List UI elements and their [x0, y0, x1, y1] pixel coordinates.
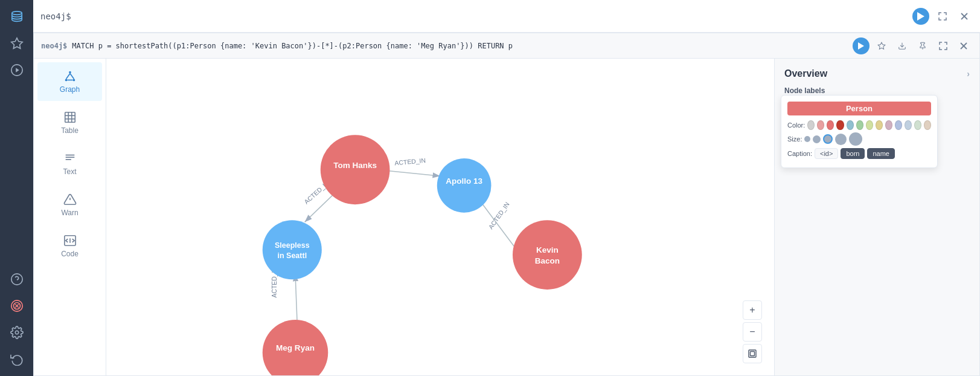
caption-row: Caption: <id> born name — [787, 148, 931, 159]
sidebar-refresh-icon[interactable] — [5, 347, 29, 371]
svg-text:ACTED_IN: ACTED_IN — [394, 157, 426, 166]
tab-code-label: Code — [61, 250, 78, 258]
color-row: Color: — [787, 120, 931, 130]
graph-area[interactable]: ACTED_IN ACTED_IN ACTED_IN ACTED_IN Tom … — [106, 59, 774, 375]
svg-text:Bacon: Bacon — [535, 256, 560, 265]
result-run-button[interactable] — [853, 37, 870, 54]
svg-marker-1 — [11, 38, 22, 48]
content-area: Graph Table — [34, 59, 979, 375]
color-dot-blue2[interactable] — [895, 120, 902, 130]
color-dot-green1[interactable] — [856, 120, 863, 130]
query-prompt: neo4j$ — [40, 11, 71, 21]
zoom-in-button[interactable]: + — [743, 300, 762, 320]
color-dot-blue1[interactable] — [847, 120, 854, 130]
svg-point-21 — [65, 79, 67, 82]
sidebar-error-icon[interactable] — [5, 294, 29, 318]
close-top-button[interactable] — [956, 8, 973, 25]
caption-label-text: Caption: — [787, 150, 812, 157]
size-row: Size: — [787, 132, 931, 146]
sidebar-database-icon[interactable] — [5, 5, 29, 29]
node-tom-hanks — [321, 135, 390, 204]
sidebar — [0, 0, 33, 376]
sidebar-star-icon[interactable] — [5, 31, 29, 56]
svg-text:Kevin: Kevin — [536, 245, 559, 254]
result-header-actions — [853, 37, 972, 54]
result-query-text: MATCH p = shortestPath((p1:Person {name:… — [72, 42, 513, 50]
svg-point-0 — [11, 11, 22, 15]
result-pin-button[interactable] — [914, 37, 931, 54]
query-input[interactable] — [78, 11, 908, 21]
color-dot-gray1[interactable] — [807, 120, 815, 130]
zoom-fit-button[interactable] — [743, 344, 762, 363]
color-dot-red2[interactable] — [836, 120, 844, 130]
color-dot-yellow1[interactable] — [866, 120, 873, 130]
tab-graph[interactable]: Graph — [37, 62, 102, 101]
color-label-text: Color: — [787, 122, 805, 129]
svg-text:Meg Ryan: Meg Ryan — [276, 343, 315, 352]
size-dot-md[interactable] — [823, 134, 833, 144]
node-apollo13 — [437, 158, 492, 213]
result-header: neo4j$ MATCH p = shortestPath((p1:Person… — [34, 33, 979, 59]
top-query-bar: neo4j$ — [33, 0, 980, 33]
result-expand-button[interactable] — [935, 37, 952, 54]
color-dot-red1[interactable] — [827, 120, 834, 130]
view-tabs: Graph Table — [34, 59, 106, 375]
overview-title: Overview › — [784, 68, 970, 79]
overview-title-text: Overview — [784, 68, 827, 79]
svg-point-22 — [72, 79, 75, 82]
svg-marker-11 — [917, 12, 924, 21]
svg-text:in Seattl: in Seattl — [277, 251, 307, 260]
result-close-button[interactable] — [955, 37, 972, 54]
size-dot-lg[interactable] — [835, 134, 847, 145]
color-dot-green2[interactable] — [914, 120, 921, 130]
color-dot-yellow2[interactable] — [876, 120, 883, 130]
color-dot-pink2[interactable] — [885, 120, 892, 130]
color-popup-label: Person — [787, 102, 931, 115]
main-area: neo4j$ neo4j$ MATCH p = shortest — [33, 0, 980, 376]
svg-rect-55 — [751, 352, 755, 356]
overview-chevron-icon[interactable]: › — [967, 69, 970, 79]
sidebar-settings-icon[interactable] — [5, 320, 29, 345]
sidebar-help-icon[interactable] — [5, 267, 29, 291]
tab-text[interactable]: Text — [37, 144, 102, 183]
tab-warn[interactable]: Warn — [37, 186, 102, 224]
svg-point-4 — [11, 274, 22, 285]
tab-table-label: Table — [61, 126, 78, 135]
tab-graph-label: Graph — [60, 85, 80, 94]
node-kevin-bacon — [513, 220, 582, 290]
svg-point-10 — [15, 331, 19, 334]
expand-button[interactable] — [934, 8, 951, 25]
result-panel: neo4j$ MATCH p = shortestPath((p1:Person… — [33, 33, 980, 376]
zoom-out-button[interactable]: − — [743, 322, 762, 342]
tab-table[interactable]: Table — [37, 103, 102, 142]
size-dot-sm[interactable] — [813, 135, 821, 143]
caption-born-button[interactable]: born — [841, 148, 865, 159]
svg-marker-14 — [858, 42, 864, 50]
tab-warn-label: Warn — [61, 209, 78, 217]
tab-code[interactable]: Code — [37, 227, 102, 265]
size-label-text: Size: — [787, 135, 802, 143]
color-dot-blue3[interactable] — [905, 120, 912, 130]
svg-text:Apollo 13: Apollo 13 — [446, 177, 482, 186]
sidebar-play-icon[interactable] — [5, 58, 29, 82]
svg-line-45 — [295, 274, 297, 323]
query-actions — [912, 8, 973, 25]
caption-id-button[interactable]: <id> — [815, 148, 838, 159]
result-download-button[interactable] — [894, 37, 911, 54]
svg-point-20 — [69, 71, 71, 74]
zoom-controls: + − — [743, 300, 762, 363]
svg-marker-15 — [878, 42, 885, 49]
caption-name-button[interactable]: name — [867, 148, 895, 159]
run-button[interactable] — [912, 8, 929, 25]
color-dot-pink1[interactable] — [817, 120, 824, 130]
overview-panel: Overview › Node labels * (5) Relationshi… — [774, 59, 979, 375]
result-star-button[interactable] — [873, 37, 890, 54]
size-dot-xs[interactable] — [804, 136, 810, 142]
size-dot-xl[interactable] — [849, 132, 862, 146]
svg-text:Tom Hanks: Tom Hanks — [333, 161, 377, 170]
svg-marker-3 — [16, 68, 19, 72]
svg-line-23 — [66, 73, 69, 79]
node-sleepless — [263, 220, 322, 279]
color-picker-popup: Person Color: — [781, 95, 938, 168]
color-dot-beige[interactable] — [924, 120, 931, 130]
